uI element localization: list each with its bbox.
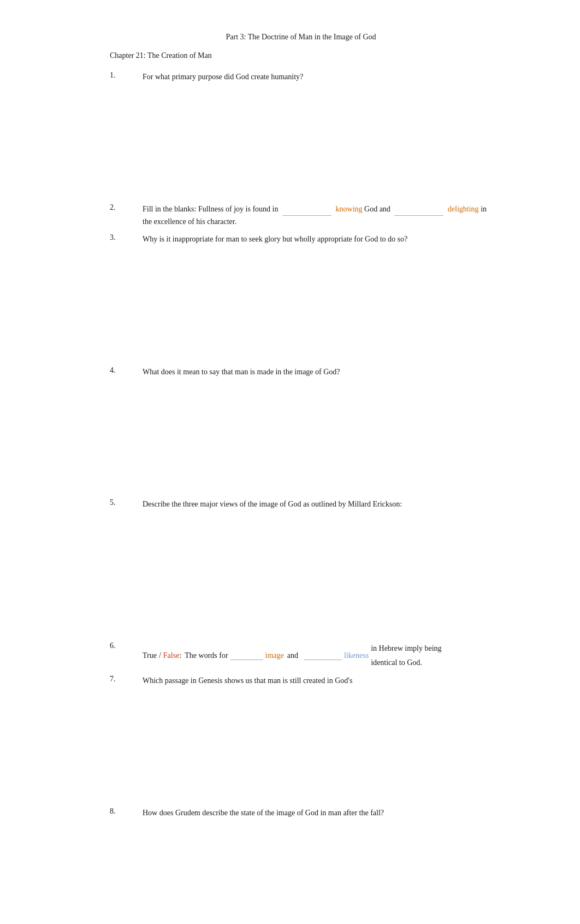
q2-blank1 <box>282 207 332 216</box>
q6-blank1-answer: image <box>265 649 284 662</box>
question-5: 5. Describe the three major views of the… <box>110 498 492 636</box>
q5-number: 5. <box>110 498 143 507</box>
q8-answer-space <box>143 820 492 925</box>
q6-blank2 <box>304 651 342 660</box>
question-8: 8. How does Grudem describe the state of… <box>110 807 492 924</box>
q6-blank2-answer: likeness <box>344 649 369 662</box>
q6-prefix: The words for <box>185 649 228 662</box>
q6-and: and <box>287 649 298 662</box>
q3-text: Why is it inappropriate for man to seek … <box>143 233 492 360</box>
q4-answer-space <box>143 378 492 493</box>
q6-blank1 <box>230 651 263 660</box>
q2-blank2-answer: delighting <box>448 205 479 213</box>
q6-true-label: True <box>143 649 157 662</box>
q5-answer-space <box>143 510 492 636</box>
q6-false-label: False <box>163 649 180 662</box>
q6-slash: / <box>159 649 161 662</box>
q8-text: How does Grudem describe the state of th… <box>143 807 492 924</box>
q4-number: 4. <box>110 366 143 375</box>
q7-number: 7. <box>110 675 143 684</box>
q2-blank2 <box>394 207 443 216</box>
question-1: 1. For what primary purpose did God crea… <box>110 71 492 198</box>
q2-blank1-answer: knowing <box>336 205 363 213</box>
q3-number: 3. <box>110 233 143 242</box>
chapter-title: Chapter 21: The Creation of Man <box>110 51 492 60</box>
q4-text: What does it mean to say that man is mad… <box>143 366 492 493</box>
q1-number: 1. <box>110 71 143 80</box>
question-2: 2. Fill in the blanks: Fullness of joy i… <box>110 203 492 228</box>
q6-suffix-inline: in Hebrew imply beingidentical to God. <box>371 641 441 669</box>
q1-answer-space <box>143 83 492 198</box>
question-6: 6. True / False : The words for image an… <box>110 641 492 669</box>
q3-answer-space <box>143 246 492 361</box>
q2-number: 2. <box>110 203 143 212</box>
question-4: 4. What does it mean to say that man is … <box>110 366 492 493</box>
q6-text: True / False : The words for image and l… <box>143 641 492 669</box>
q7-answer-space <box>143 687 492 802</box>
q1-text: For what primary purpose did God create … <box>143 71 492 198</box>
q7-text: Which passage in Genesis shows us that m… <box>143 675 492 802</box>
question-7: 7. Which passage in Genesis shows us tha… <box>110 675 492 802</box>
q8-number: 8. <box>110 807 143 816</box>
q6-number: 6. <box>110 641 143 650</box>
question-3: 3. Why is it inappropriate for man to se… <box>110 233 492 360</box>
page-container: Part 3: The Doctrine of Man in the Image… <box>66 0 514 924</box>
q5-text: Describe the three major views of the im… <box>143 498 492 636</box>
part-title: Part 3: The Doctrine of Man in the Image… <box>110 33 492 42</box>
q6-colon: : <box>179 649 181 662</box>
q2-text: Fill in the blanks: Fullness of joy is f… <box>143 203 492 228</box>
